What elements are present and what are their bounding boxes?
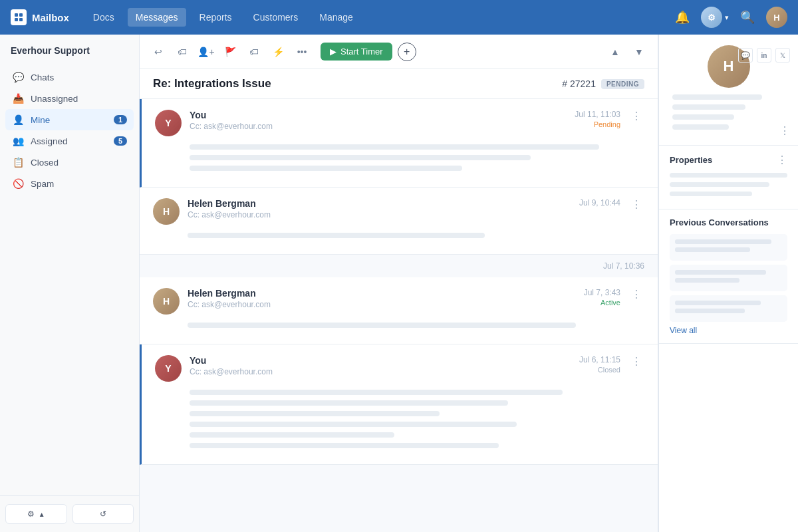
nav-docs[interactable]: Docs (85, 8, 122, 27)
sidebar-item-spam[interactable]: 🚫 Spam (5, 173, 134, 194)
conversation-main: ↩ 🏷 👤+ 🚩 🏷 ⚡ ••• ▶ Start Timer + ▲ ▼ Re:… (140, 35, 658, 532)
view-all-link[interactable]: View all (670, 326, 787, 335)
tag-button[interactable]: 🏷 (172, 41, 193, 63)
prev-conv-item[interactable] (670, 234, 787, 261)
message-block: H Helen Bergman Cc: ask@everhour.com Jul… (140, 277, 658, 344)
nav-manage[interactable]: Manage (311, 8, 361, 27)
linkedin-social-icon[interactable]: in (757, 48, 771, 63)
conversation-id: # 27221 PENDING (562, 78, 644, 89)
refresh-button[interactable]: ↺ (72, 504, 134, 524)
svg-rect-0 (15, 13, 18, 17)
sidebar-item-closed-label: Closed (31, 158, 59, 168)
assigned-badge: 5 (114, 136, 127, 146)
twitter-social-icon[interactable]: 𝕏 (775, 48, 790, 63)
chats-icon: 💬 (12, 72, 24, 82)
user-menu-button[interactable]: ⚙ ▾ (701, 7, 729, 28)
nav-reports[interactable]: Reports (192, 8, 240, 27)
settings-button[interactable]: ⚙ ▲ (5, 504, 67, 524)
properties-section: Properties ⋮ (659, 146, 798, 209)
properties-more-button[interactable]: ⋮ (777, 154, 787, 166)
unassigned-icon: 📥 (12, 93, 24, 104)
message-block: Y You Cc: ask@everhour.com Jul 11, 11:03… (140, 99, 658, 188)
message-status: Pending (594, 120, 620, 128)
sidebar-item-assigned[interactable]: 👥 Assigned 5 (5, 130, 134, 152)
contact-area: 💬 in 𝕏 H ⋮ (659, 35, 798, 146)
prev-conv-item[interactable] (670, 265, 787, 291)
message-more-button[interactable]: ⋮ (628, 198, 644, 211)
topnav-links: Docs Messages Reports Customers Manage (85, 8, 656, 27)
top-nav: Mailbox Docs Messages Reports Customers … (0, 0, 798, 35)
chat-social-icon[interactable]: 💬 (738, 48, 753, 63)
message-line (190, 390, 563, 395)
message-cc: Cc: ask@everhour.com (188, 300, 576, 309)
sidebar: Everhour Support 💬 Chats 📥 Unassigned 👤 … (0, 35, 140, 532)
properties-header: Properties ⋮ (670, 154, 787, 166)
message-more-button[interactable]: ⋮ (628, 355, 644, 368)
right-panel: 💬 in 𝕏 H ⋮ Properties ⋮ (658, 35, 798, 532)
message-status: Active (600, 299, 620, 307)
message-meta: Jul 9, 10:44 (579, 198, 620, 207)
play-icon: ▶ (330, 47, 336, 57)
sidebar-item-mine[interactable]: 👤 Mine 1 (5, 109, 134, 130)
lightning-button[interactable]: ⚡ (267, 41, 289, 63)
message-block: H Helen Bergman Cc: ask@everhour.com Jul… (140, 188, 658, 255)
message-body (155, 390, 644, 448)
add-button[interactable]: + (398, 43, 416, 61)
sidebar-item-unassigned[interactable]: 📥 Unassigned (5, 88, 134, 109)
user-avatar: ⚙ (701, 7, 722, 28)
message-time: Jul 11, 11:03 (575, 110, 620, 119)
flag-button[interactable]: 🚩 (219, 41, 241, 63)
svg-rect-2 (15, 18, 18, 21)
closed-icon: 📋 (12, 157, 24, 168)
message-time: Jul 7, 3:43 (584, 288, 620, 297)
prev-conv-item[interactable] (670, 295, 787, 322)
message-body (153, 233, 644, 238)
main-layout: Everhour Support 💬 Chats 📥 Unassigned 👤 … (0, 35, 798, 532)
next-button[interactable]: ▼ (628, 41, 650, 63)
undo-button[interactable]: ↩ (148, 41, 169, 63)
message-line (190, 432, 394, 438)
message-cc: Cc: ask@everhour.com (190, 122, 567, 131)
sidebar-item-unassigned-label: Unassigned (31, 94, 78, 104)
sidebar-item-chats[interactable]: 💬 Chats (5, 66, 134, 88)
start-timer-button[interactable]: ▶ Start Timer (321, 43, 392, 61)
message-line (190, 400, 508, 406)
assigned-icon: 👥 (12, 136, 24, 146)
message-more-button[interactable]: ⋮ (628, 110, 644, 122)
sender-avatar: Y (155, 355, 182, 382)
message-info: Helen Bergman Cc: ask@everhour.com (188, 198, 571, 219)
prev-button[interactable]: ▲ (604, 41, 626, 63)
message-line (188, 233, 485, 238)
assign-button[interactable]: 👤+ (196, 41, 217, 63)
messages-list: Y You Cc: ask@everhour.com Jul 11, 11:03… (140, 99, 658, 532)
time-separator: Jul 7, 10:36 (140, 255, 658, 277)
more-button[interactable]: ••• (291, 41, 313, 63)
message-time: Jul 6, 11:15 (579, 355, 620, 364)
message-block: Y You Cc: ask@everhour.com Jul 6, 11:15 … (140, 344, 658, 465)
notifications-icon[interactable]: 🔔 (672, 7, 693, 28)
sender-name: You (190, 110, 567, 120)
label-button[interactable]: 🏷 (243, 41, 265, 63)
toolbar-nav: ▲ ▼ (604, 41, 650, 63)
message-line (190, 166, 462, 171)
sidebar-item-closed[interactable]: 📋 Closed (5, 152, 134, 173)
message-info: You Cc: ask@everhour.com (190, 110, 567, 131)
message-more-button[interactable]: ⋮ (628, 288, 644, 301)
message-line (188, 323, 576, 328)
nav-messages[interactable]: Messages (128, 8, 186, 27)
nav-customers[interactable]: Customers (245, 8, 307, 27)
message-body (155, 144, 644, 171)
svg-rect-3 (19, 18, 23, 21)
spam-icon: 🚫 (12, 178, 24, 189)
sender-avatar: H (153, 198, 180, 225)
message-meta: Jul 6, 11:15 Closed (579, 355, 620, 374)
start-timer-label: Start Timer (340, 47, 383, 57)
logo-icon (11, 9, 27, 25)
profile-avatar[interactable]: H (766, 7, 787, 28)
sidebar-item-chats-label: Chats (31, 72, 54, 82)
message-status: Closed (598, 366, 620, 374)
message-line (190, 422, 517, 427)
logo[interactable]: Mailbox (11, 9, 69, 25)
search-icon[interactable]: 🔍 (737, 7, 758, 28)
contact-more-button[interactable]: ⋮ (779, 124, 790, 137)
